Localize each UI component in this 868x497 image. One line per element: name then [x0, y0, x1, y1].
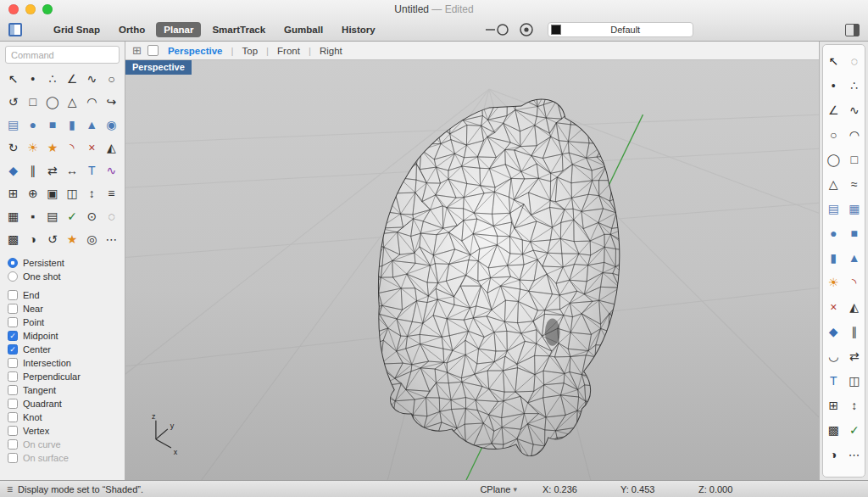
array-icon[interactable]: ⊞: [3, 181, 23, 204]
more-icon[interactable]: ⋯: [102, 227, 121, 250]
osnap-widget-icon[interactable]: [485, 23, 510, 36]
tab-right[interactable]: Right: [320, 46, 342, 56]
move-icon[interactable]: ↕: [844, 393, 865, 417]
toolbar-button-gumball[interactable]: Gumball: [276, 22, 331, 37]
search-icon[interactable]: ◎: [82, 227, 102, 250]
surface-icon[interactable]: ▤: [3, 113, 23, 136]
osnap-checkbox-perpendicular[interactable]: Perpendicular: [8, 370, 117, 383]
osnap-checkbox-end[interactable]: End: [8, 288, 117, 302]
osnap-checkbox-knot[interactable]: Knot: [8, 410, 117, 424]
perspective-viewport[interactable]: Perspective: [125, 60, 819, 480]
box-icon[interactable]: ■: [844, 221, 865, 245]
osnap-checkbox-point[interactable]: Point: [8, 316, 117, 329]
cylinder-icon[interactable]: ▮: [62, 113, 81, 136]
lasso-icon[interactable]: ◌: [844, 48, 865, 73]
layers-icon[interactable]: ▤: [42, 204, 62, 227]
revolve-icon[interactable]: ↻: [3, 136, 23, 159]
cone-icon[interactable]: ▲: [844, 245, 865, 270]
viewport-layout-icon[interactable]: ⊞: [132, 45, 142, 56]
mirror-icon[interactable]: ◫: [844, 368, 865, 393]
viewport-canvas[interactable]: z y x: [125, 60, 819, 480]
spin-icon[interactable]: ↺: [42, 227, 62, 250]
orbit-icon[interactable]: ↺: [3, 90, 23, 113]
osnap-radio-one-shot[interactable]: One shot: [8, 270, 117, 283]
command-input[interactable]: [5, 46, 120, 64]
swap-icon[interactable]: ⇄: [42, 159, 62, 181]
point-icon[interactable]: •: [23, 67, 42, 90]
more-icon[interactable]: ⋯: [844, 442, 865, 466]
cone-icon[interactable]: ▲: [82, 113, 102, 136]
viewport-maximize-icon[interactable]: [147, 45, 159, 56]
spark2-icon[interactable]: ★: [62, 227, 81, 250]
move-icon[interactable]: ↕: [82, 181, 102, 204]
align-icon[interactable]: ≡: [102, 181, 121, 204]
osnap-checkbox-vertex[interactable]: Vertex: [8, 424, 117, 438]
extend-icon[interactable]: ↪: [102, 90, 121, 113]
osnap-checkbox-on-surface[interactable]: On surface: [8, 451, 117, 465]
text-icon[interactable]: T: [82, 159, 102, 181]
sidebar-toggle-icon[interactable]: [845, 24, 860, 36]
toolbar-button-history[interactable]: History: [334, 22, 383, 37]
flow-icon[interactable]: ∿: [102, 159, 121, 181]
osnap-radio-persistent[interactable]: Persistent: [8, 256, 117, 270]
curve-icon[interactable]: ∿: [844, 98, 865, 122]
offset-icon[interactable]: ∥: [844, 319, 865, 343]
mesh-icon[interactable]: ▩: [823, 417, 844, 442]
status-menu-icon[interactable]: ≡: [7, 483, 13, 495]
check-icon[interactable]: ✓: [62, 204, 81, 227]
cplane-selector[interactable]: CPlane ▾: [480, 484, 517, 494]
copy-icon[interactable]: ▣: [42, 181, 62, 204]
circle-icon[interactable]: ○: [823, 122, 844, 147]
split-icon[interactable]: ◭: [102, 136, 121, 159]
tab-front[interactable]: Front: [277, 46, 300, 56]
viewport-title-badge[interactable]: Perspective: [125, 60, 192, 75]
osnap-checkbox-center[interactable]: ✓Center: [8, 343, 117, 356]
split-icon[interactable]: ◭: [844, 294, 865, 319]
rectangle-icon[interactable]: □: [844, 147, 865, 171]
polyline-icon[interactable]: ∠: [823, 98, 844, 122]
swap-icon[interactable]: ⇄: [844, 343, 865, 368]
polyline-icon[interactable]: ∠: [62, 67, 81, 90]
array-icon[interactable]: ⊞: [823, 393, 844, 417]
arc-icon[interactable]: ◠: [82, 90, 102, 113]
droplet-icon[interactable]: ◆: [823, 319, 844, 343]
mesh-icon[interactable]: ▩: [3, 227, 23, 250]
rhino-logo-icon[interactable]: [8, 23, 22, 36]
shade-icon[interactable]: ◑: [23, 227, 42, 250]
mirror-icon[interactable]: ◫: [62, 181, 81, 204]
record-history-icon[interactable]: [519, 22, 534, 37]
osnap-checkbox-near[interactable]: Near: [8, 302, 117, 316]
ellipse-icon[interactable]: ◯: [823, 147, 844, 171]
spark-icon[interactable]: ☀: [23, 136, 42, 159]
polygon-icon[interactable]: △: [62, 90, 81, 113]
minimize-button[interactable]: [25, 4, 36, 14]
toolbar-button-ortho[interactable]: Ortho: [111, 22, 153, 37]
hide-icon[interactable]: ◌: [102, 204, 121, 227]
osnap-checkbox-midpoint[interactable]: ✓Midpoint: [8, 329, 117, 343]
group-icon[interactable]: ▦: [3, 204, 23, 227]
loft-icon[interactable]: ▦: [844, 196, 865, 221]
toolbar-button-grid-snap[interactable]: Grid Snap: [46, 22, 108, 37]
pointer-icon[interactable]: ↖: [3, 67, 23, 90]
fillet-icon[interactable]: ◝: [844, 270, 865, 294]
trim-icon[interactable]: ×: [82, 136, 102, 159]
zoom-button[interactable]: [42, 4, 53, 14]
lock-icon[interactable]: ▪: [23, 204, 42, 227]
point-icon[interactable]: •: [823, 73, 844, 98]
points-icon[interactable]: ∴: [42, 67, 62, 90]
tube-icon[interactable]: ◉: [102, 113, 121, 136]
layer-selector[interactable]: Default: [548, 22, 693, 37]
sphere-icon[interactable]: ●: [23, 113, 42, 136]
fillet-icon[interactable]: ◝: [62, 136, 81, 159]
spark-icon[interactable]: ☀: [823, 270, 844, 294]
ellipse-icon[interactable]: ◯: [42, 90, 62, 113]
check-icon[interactable]: ✓: [844, 417, 865, 442]
mesh-model[interactable]: [365, 82, 647, 480]
cylinder-icon[interactable]: ▮: [823, 245, 844, 270]
points-icon[interactable]: ∴: [844, 73, 865, 98]
zoom-icon[interactable]: ⊙: [82, 204, 102, 227]
box-icon[interactable]: ■: [42, 113, 62, 136]
freeform-icon[interactable]: ≈: [844, 171, 865, 196]
explode-icon[interactable]: ★: [42, 136, 62, 159]
polar-array-icon[interactable]: ⊕: [23, 181, 42, 204]
